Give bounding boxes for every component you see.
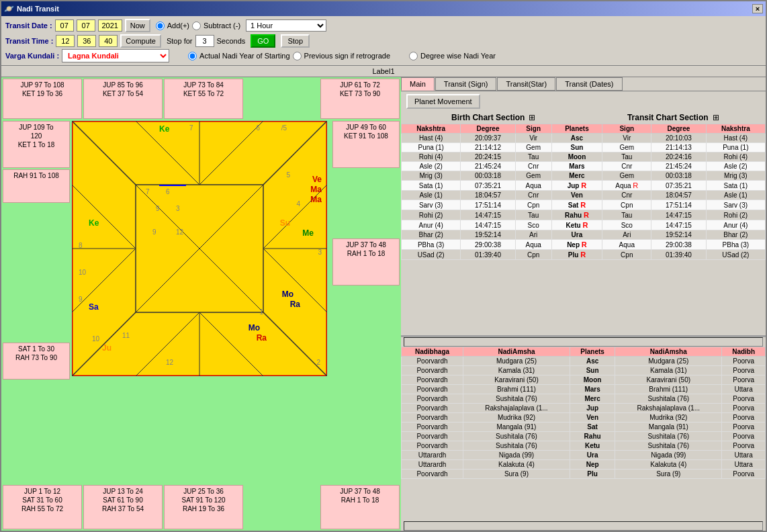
nadi-cell-planet: Asc bbox=[570, 357, 615, 366]
cell-nakshtra: Rohi (4) bbox=[402, 152, 461, 162]
col-degree2: Degree bbox=[651, 124, 706, 134]
nadi-cell-nadibhaga2: Poorva bbox=[722, 470, 766, 479]
transit-date-field: Transit Date : Now bbox=[5, 19, 150, 32]
transit-chart-grid-icon[interactable]: ⊞ bbox=[713, 113, 719, 122]
nadi-cell-nadibhaga: Poorvardh bbox=[402, 470, 463, 479]
now-button[interactable]: Now bbox=[125, 19, 150, 32]
tables-area: Nakshtra Degree Sign Planets Sign Degree… bbox=[401, 124, 766, 531]
nadi-cell-nadiamsha2: Mudrika (92) bbox=[615, 413, 722, 423]
num-9-inner2: 9 bbox=[152, 228, 156, 236]
varga-label: Varga Kundali : bbox=[5, 52, 59, 60]
table-row: Sata (1) 07:35:21 Aqua Jup R Aqua R 07:3… bbox=[402, 181, 766, 191]
previous-sign-label: Previous sign if retrograde bbox=[304, 52, 390, 60]
nadi-cell-nadibhaga: Poorvardh bbox=[402, 423, 463, 432]
col-nakshtra2: Nakshtra bbox=[706, 124, 765, 134]
birth-chart-grid-icon[interactable]: ⊞ bbox=[529, 113, 535, 122]
num-9-left: 9 bbox=[79, 296, 83, 303]
cell-nakshtra2: PBha (3) bbox=[706, 240, 765, 250]
planet-mo-br1: Mo bbox=[282, 290, 294, 299]
cell-sign: Tau bbox=[515, 152, 551, 162]
nadi-cell-nadiamsha: Kamala (31) bbox=[463, 366, 570, 375]
cell-planet: Ketu R bbox=[551, 220, 602, 230]
hour-dropdown[interactable]: 1 Hour 2 Hours 6 Hours 12 Hours bbox=[246, 19, 326, 32]
lower-scrollbar-h[interactable] bbox=[404, 521, 763, 531]
actual-nadi-radio[interactable] bbox=[188, 52, 197, 60]
cell-nakshtra2: USad (2) bbox=[706, 250, 765, 260]
time-s-input[interactable] bbox=[99, 35, 118, 47]
upper-scrollbar-h[interactable] bbox=[404, 337, 763, 347]
nadi-cell-planet: Plu bbox=[570, 470, 615, 479]
tab-transit-sign[interactable]: Transit (Sign) bbox=[435, 77, 497, 91]
nadi-cell-nadibhaga2: Poorva bbox=[722, 375, 766, 385]
main-area: JUP 97 To 108KET 19 To 36 JUP 85 To 96KE… bbox=[1, 77, 766, 531]
nadi-cell-nadiamsha: Nigada (99) bbox=[463, 451, 570, 460]
date-year-input[interactable] bbox=[98, 19, 122, 32]
stop-button[interactable]: Stop bbox=[281, 34, 310, 48]
nadi-cell-planet: Ven bbox=[570, 413, 615, 423]
nadi-cell-nadibhaga2: Uttara bbox=[722, 385, 766, 394]
planet-movement-button[interactable]: Planet Movement bbox=[406, 94, 480, 109]
cell-degree: 21:14:12 bbox=[461, 143, 515, 152]
planet-box-left-mid: RAH 91 To 108 bbox=[3, 169, 70, 203]
cell-nakshtra: PBha (3) bbox=[402, 240, 461, 250]
lower-table-scroll[interactable]: Nadibhaga NadiAmsha Planets NadiAmsha Na… bbox=[401, 347, 766, 521]
previous-sign-radio[interactable] bbox=[293, 52, 302, 60]
stop-seconds-input[interactable] bbox=[195, 35, 214, 47]
date-month-input[interactable] bbox=[77, 19, 95, 32]
tab-transit-star[interactable]: Transit(Star) bbox=[497, 77, 555, 91]
tab-bar: Main Transit (Sign) Transit(Star) Transi… bbox=[401, 77, 766, 91]
num-12-bottom: 12 bbox=[166, 359, 173, 366]
planet-box-right-bottom: JUP 37 To 48RAH 1 To 18 bbox=[332, 238, 400, 285]
nadi-table-row: Poorvardh Sura (9) Plu Sura (9) Poorva bbox=[402, 470, 766, 479]
tab-transit-dates[interactable]: Transit (Dates) bbox=[556, 77, 622, 91]
window-title: Nadi Transit bbox=[17, 5, 59, 13]
col-nadibhaga2: Nadibh bbox=[722, 347, 766, 357]
add-radio[interactable] bbox=[156, 21, 165, 30]
cell-nakshtra2: Rohi (2) bbox=[706, 210, 765, 220]
cell-sign2: Aqua R bbox=[602, 181, 651, 191]
compute-button[interactable]: Compute bbox=[120, 34, 161, 48]
cell-planet: Plu R bbox=[551, 250, 602, 260]
top-controls-row1: Transit Date : Now Add(+) Subtract (-) 1… bbox=[5, 19, 762, 32]
cell-degree: 01:39:40 bbox=[461, 250, 515, 260]
planet-box-bottom-right: JUP 37 To 48RAH 1 To 18 bbox=[320, 485, 400, 529]
cell-sign: Cpn bbox=[515, 250, 551, 260]
cell-nakshtra: Bhar (2) bbox=[402, 230, 461, 240]
nadi-cell-planet: Moon bbox=[570, 375, 615, 385]
nadi-table-row: Poorvardh Rakshajalaplava (1... Jup Raks… bbox=[402, 404, 766, 413]
time-h-input[interactable] bbox=[56, 35, 75, 47]
planet-me-right: Me bbox=[302, 228, 314, 238]
planet-box-top-right: JUP 61 To 72KET 73 To 90 bbox=[320, 79, 400, 119]
nadi-cell-nadiamsha: Sushitala (76) bbox=[463, 441, 570, 451]
nadi-table-row: Poorvardh Mudgara (25) Asc Mudgara (25) … bbox=[402, 357, 766, 366]
main-window: 🪐 Nadi Transit × Transit Date : Now Add(… bbox=[0, 0, 767, 532]
upper-table-panel: Nakshtra Degree Sign Planets Sign Degree… bbox=[401, 124, 766, 335]
date-day-input[interactable] bbox=[55, 19, 74, 32]
cell-planet: Moon bbox=[551, 152, 602, 162]
nadi-cell-nadiamsha2: Brahmi (111) bbox=[615, 385, 722, 394]
cell-degree2: 01:39:40 bbox=[651, 250, 706, 260]
degree-wise-radio[interactable] bbox=[409, 52, 418, 60]
time-m-input[interactable] bbox=[77, 35, 96, 47]
upper-table-scroll[interactable]: Nakshtra Degree Sign Planets Sign Degree… bbox=[401, 124, 766, 335]
num-5-right: 5 bbox=[286, 171, 290, 179]
top-controls-row3: Varga Kundali : Lagna Kundali Actual Nad… bbox=[5, 49, 762, 62]
transit-time-field: Transit Time : Compute bbox=[5, 34, 161, 48]
cell-degree: 29:00:38 bbox=[461, 240, 515, 250]
go-button[interactable]: GO bbox=[251, 34, 275, 48]
close-button[interactable]: × bbox=[752, 4, 763, 13]
cell-planet: Sun bbox=[551, 143, 602, 152]
subtract-radio[interactable] bbox=[192, 21, 201, 30]
nadi-cell-nadibhaga: Poorvardh bbox=[402, 357, 463, 366]
chart-area: JUP 97 To 108KET 19 To 36 JUP 85 To 96KE… bbox=[1, 77, 401, 531]
tab-main[interactable]: Main bbox=[401, 77, 435, 91]
num-3-right: 3 bbox=[318, 249, 322, 256]
nadi-cell-nadiamsha2: Sushitala (76) bbox=[615, 432, 722, 441]
varga-dropdown[interactable]: Lagna Kundali bbox=[62, 49, 169, 62]
cell-sign2: Tau bbox=[602, 210, 651, 220]
cell-planet: Ven bbox=[551, 191, 602, 200]
cell-planet: Merc bbox=[551, 171, 602, 181]
table-row: Sarv (3) 17:51:14 Cpn Sat R Cpn 17:51:14… bbox=[402, 200, 766, 210]
planet-box-top-left: JUP 97 To 108KET 19 To 36 bbox=[3, 79, 82, 119]
cell-degree2: 18:04:57 bbox=[651, 191, 706, 200]
